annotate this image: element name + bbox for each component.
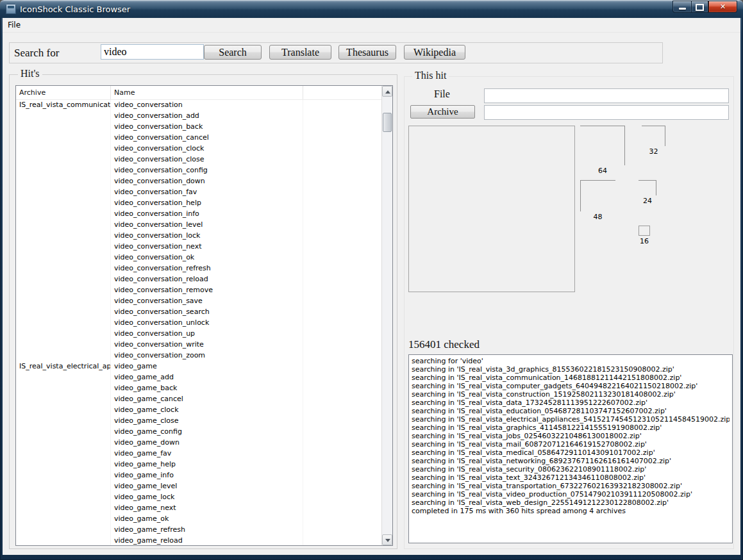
vertical-scrollbar[interactable] [381, 86, 392, 545]
table-row[interactable]: video_game_cancel [16, 393, 381, 404]
table-row[interactable]: video_game_refresh [16, 524, 381, 535]
table-row[interactable]: video_conversation_save [16, 295, 381, 306]
search-input[interactable] [101, 44, 204, 60]
cell-name: video_conversation_remove [111, 284, 381, 295]
cell-name: video_game_help [111, 459, 381, 470]
table-row[interactable]: video_game_info [16, 470, 381, 481]
cell-name: video_game_refresh [111, 524, 381, 535]
cell-archive [16, 208, 111, 219]
table-row[interactable]: video_conversation_add [16, 110, 381, 121]
size-label-32: 32 [642, 147, 665, 156]
table-row[interactable]: video_game_reload [16, 535, 381, 545]
table-row[interactable]: video_game_clock [16, 404, 381, 415]
client-area: File Search for Search Translate Thesaur… [3, 18, 740, 555]
cell-archive [16, 524, 111, 535]
cell-archive [16, 328, 111, 339]
table-row[interactable]: video_game_config [16, 426, 381, 437]
table-row[interactable]: video_game_help [16, 459, 381, 470]
table-row[interactable]: video_conversation_ok [16, 252, 381, 263]
translate-button[interactable]: Translate [269, 45, 331, 60]
window-title: IconShock Classic Browser [20, 4, 130, 14]
minimize-button[interactable] [672, 1, 691, 13]
table-row[interactable]: video_conversation_close [16, 154, 381, 165]
table-row[interactable]: IS_real_vista_communicatio... video_conv… [16, 99, 381, 110]
table-row[interactable]: video_conversation_down [16, 176, 381, 186]
cell-archive [16, 241, 111, 252]
table-row[interactable]: video_conversation_lock [16, 230, 381, 241]
hits-table-body: IS_real_vista_communicatio... video_conv… [16, 99, 381, 545]
checked-count-label: 156401 checked [408, 338, 480, 351]
cell-name: video_game_reload [111, 535, 381, 545]
table-row[interactable]: video_game_add [16, 372, 381, 383]
table-row[interactable]: video_game_close [16, 415, 381, 426]
table-row[interactable]: video_conversation_up [16, 328, 381, 339]
cell-name: video_game_clock [111, 404, 381, 415]
cell-name: video_conversation_refresh [111, 263, 381, 274]
table-row[interactable]: video_conversation_write [16, 339, 381, 350]
column-header-archive[interactable]: Archive [16, 86, 111, 99]
table-row[interactable]: video_game_down [16, 437, 381, 448]
table-row[interactable]: video_game_lock [16, 491, 381, 502]
app-icon [6, 4, 16, 14]
log-line: searching in 'IS_real_vista_text_3243267… [412, 474, 730, 482]
cell-name: video_game_config [111, 426, 381, 437]
cell-name: video_conversation_help [111, 197, 381, 208]
table-row[interactable]: video_game_fav [16, 448, 381, 459]
cell-name: video_game_next [111, 502, 381, 513]
menu-file[interactable]: File [3, 18, 26, 29]
size-label-64: 64 [580, 167, 625, 175]
cell-archive [16, 491, 111, 502]
archive-button[interactable]: Archive [410, 105, 475, 119]
maximize-button[interactable] [691, 1, 708, 13]
table-row[interactable]: video_conversation_help [16, 197, 381, 208]
table-row[interactable]: video_conversation_reload [16, 274, 381, 284]
table-row[interactable]: video_conversation_zoom [16, 350, 381, 361]
cell-archive [16, 448, 111, 459]
table-row[interactable]: video_conversation_level [16, 219, 381, 230]
table-row[interactable]: video_game_back [16, 383, 381, 393]
cell-archive [16, 404, 111, 415]
cell-name: video_game_info [111, 470, 381, 481]
cell-name: video_conversation_reload [111, 274, 381, 284]
table-row[interactable]: video_conversation_next [16, 241, 381, 252]
table-row[interactable]: video_game_next [16, 502, 381, 513]
table-row[interactable]: IS_real_vista_electrical_app... video_ga… [16, 361, 381, 372]
table-row[interactable]: video_conversation_remove [16, 284, 381, 295]
scroll-down-button[interactable] [382, 534, 392, 545]
table-row[interactable]: video_game_ok [16, 513, 381, 524]
cell-archive [16, 415, 111, 426]
cell-archive [16, 295, 111, 306]
thesaurus-button[interactable]: Thesaurus [338, 45, 396, 60]
table-row[interactable]: video_conversation_fav [16, 186, 381, 197]
log-line: searching in 'IS_real_vista_construction… [412, 390, 730, 399]
table-row[interactable]: video_conversation_clock [16, 143, 381, 154]
file-input[interactable] [484, 88, 729, 103]
scroll-up-button[interactable] [382, 86, 392, 97]
table-row[interactable]: video_conversation_cancel [16, 132, 381, 143]
arrow-down-icon [385, 539, 390, 542]
title-bar[interactable]: IconShock Classic Browser ✕ [0, 0, 743, 18]
table-row[interactable]: video_game_level [16, 481, 381, 491]
search-log[interactable]: searching for 'video' searching in 'IS_r… [408, 354, 733, 543]
table-row[interactable]: video_conversation_search [16, 306, 381, 317]
maximize-icon [696, 4, 704, 11]
wikipedia-button[interactable]: Wikipedia [404, 45, 465, 60]
search-for-label: Search for [14, 47, 59, 60]
column-header-name[interactable]: Name [111, 86, 303, 99]
table-row[interactable]: video_conversation_refresh [16, 263, 381, 274]
cell-name: video_conversation_fav [111, 186, 381, 197]
cell-archive [16, 339, 111, 350]
cell-archive [16, 437, 111, 448]
search-button[interactable]: Search [204, 45, 262, 60]
preview-box-large [408, 126, 575, 292]
table-row[interactable]: video_conversation_config [16, 165, 381, 176]
archive-input[interactable] [484, 105, 729, 120]
cell-name: video_conversation_unlock [111, 317, 381, 328]
table-row[interactable]: video_conversation_info [16, 208, 381, 219]
table-row[interactable]: video_conversation_back [16, 121, 381, 132]
file-label: File [434, 88, 450, 100]
table-row[interactable]: video_conversation_unlock [16, 317, 381, 328]
scroll-thumb[interactable] [383, 113, 392, 132]
cell-name: video_conversation_clock [111, 143, 381, 154]
close-button[interactable]: ✕ [708, 1, 737, 13]
